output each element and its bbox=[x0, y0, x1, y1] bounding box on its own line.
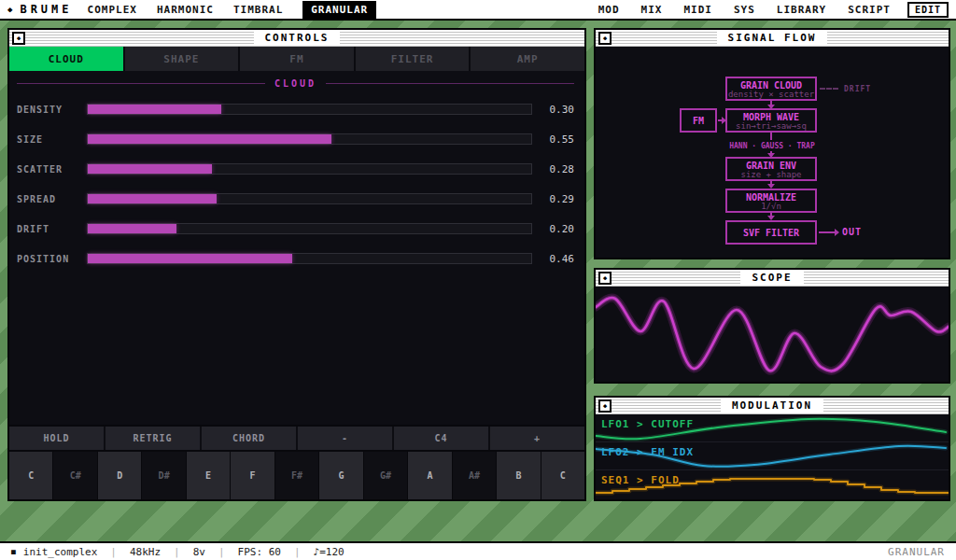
menu-item-mod[interactable]: MOD bbox=[598, 4, 620, 16]
flow-arrow bbox=[770, 101, 772, 105]
perf-button-sym[interactable]: - bbox=[298, 427, 394, 450]
key-fsharp-6[interactable]: F# bbox=[275, 452, 319, 499]
signal-flow-diagram: GRAIN CLOUD density × scatter DRIFT FM M… bbox=[596, 47, 949, 258]
key-e-4[interactable]: E bbox=[187, 452, 231, 499]
out-arrow bbox=[819, 231, 835, 233]
controls-tab-cloud[interactable]: CLOUD bbox=[9, 47, 125, 71]
status-separator: | bbox=[294, 546, 301, 558]
perf-button-sym[interactable]: + bbox=[490, 427, 584, 450]
flow-arrow bbox=[770, 151, 772, 153]
slider-track-density[interactable] bbox=[87, 104, 532, 115]
key-f-5[interactable]: F bbox=[231, 452, 274, 499]
key-a-9[interactable]: A bbox=[408, 452, 452, 499]
status-mode-label: GRANULAR bbox=[888, 546, 945, 558]
slider-track-size[interactable] bbox=[87, 133, 532, 145]
key-dsharp-3[interactable]: D# bbox=[142, 452, 186, 499]
key-asharp-10[interactable]: A# bbox=[453, 452, 497, 499]
mod-lane-label: LFO2 > FM IDX bbox=[601, 446, 694, 458]
panel-widget-icon[interactable]: ◆ bbox=[12, 32, 25, 45]
topbar-tab-harmonic[interactable]: HARMONIC bbox=[157, 2, 214, 18]
flow-arrow bbox=[770, 213, 772, 216]
topbar-tab-granular[interactable]: GRANULAR bbox=[302, 1, 376, 19]
key-csharp-1[interactable]: C# bbox=[53, 452, 97, 499]
panel-widget-icon[interactable]: ◆ bbox=[598, 32, 612, 45]
perf-button-c4[interactable]: C4 bbox=[394, 427, 490, 450]
slider-label: SPREAD bbox=[17, 194, 87, 204]
modulation-lanes: LFO1 > CUTOFFLFO2 > FM IDXSEQ1 > FOLD bbox=[596, 414, 949, 499]
slider-value: 0.46 bbox=[532, 253, 574, 265]
controls-tab-amp[interactable]: AMP bbox=[471, 47, 584, 71]
mod-lane-seq1-fold: SEQ1 > FOLD bbox=[596, 470, 949, 498]
controls-tabbar: CLOUDSHAPEFMFILTERAMP bbox=[9, 47, 584, 71]
menu-item-library[interactable]: LIBRARY bbox=[777, 4, 826, 16]
controls-tab-shape[interactable]: SHAPE bbox=[125, 47, 241, 71]
mod-lane-label: SEQ1 > FOLD bbox=[601, 474, 680, 486]
slider-track-drift[interactable] bbox=[87, 223, 532, 234]
status-separator: | bbox=[110, 546, 117, 558]
section-label: CLOUD bbox=[274, 78, 316, 89]
scope-header: ◆ SCOPE bbox=[596, 270, 949, 287]
key-c-0[interactable]: C bbox=[9, 452, 53, 499]
panel-widget-icon[interactable]: ◆ bbox=[598, 272, 612, 285]
mod-lane-lfo1-cutoff: LFO1 > CUTOFF bbox=[596, 414, 949, 442]
edit-button[interactable]: EDIT bbox=[907, 2, 949, 18]
modulation-panel: ◆ MODULATION LFO1 > CUTOFFLFO2 > FM IDXS… bbox=[594, 396, 950, 501]
perf-button-hold[interactable]: HOLD bbox=[9, 427, 105, 450]
key-gsharp-8[interactable]: G# bbox=[364, 452, 408, 499]
slider-row-spread: SPREAD0.29 bbox=[17, 184, 574, 214]
perf-button-retrig[interactable]: RETRIG bbox=[105, 427, 202, 450]
slider-track-scatter[interactable] bbox=[87, 163, 532, 175]
perf-button-chord[interactable]: CHORD bbox=[202, 427, 298, 450]
flow-line bbox=[770, 133, 772, 140]
controls-tab-filter[interactable]: FILTER bbox=[356, 47, 471, 71]
signal-flow-panel: ◆ SIGNAL FLOW GRAIN CLOUD density × scat… bbox=[594, 28, 950, 259]
node-morph-wave[interactable]: MORPH WAVE sin→tri→saw→sq bbox=[725, 108, 817, 133]
panel-widget-icon[interactable]: ◆ bbox=[598, 399, 612, 413]
modulation-header: ◆ MODULATION bbox=[596, 398, 949, 414]
topbar-tab-complex[interactable]: COMPLEX bbox=[88, 2, 137, 18]
menu-item-script[interactable]: SCRIPT bbox=[848, 4, 891, 16]
node-grain-env[interactable]: GRAIN ENV size + shape bbox=[725, 157, 817, 181]
scope-panel: ◆ SCOPE bbox=[594, 268, 950, 384]
mod-lane-lfo2-fm-idx: LFO2 > FM IDX bbox=[596, 442, 949, 470]
slider-fill bbox=[88, 194, 217, 203]
status-item-3: FPS: 60 bbox=[238, 546, 281, 558]
menu-item-midi[interactable]: MIDI bbox=[683, 4, 712, 16]
keyboard: CC#DD#EFF#GG#AA#BC bbox=[9, 450, 584, 499]
slider-track-spread[interactable] bbox=[87, 193, 532, 204]
key-c-12[interactable]: C bbox=[541, 452, 584, 499]
status-bar: ■ init_complex|48kHz|8v|FPS: 60|♪=120 GR… bbox=[0, 541, 956, 560]
controls-panel: ◆ CONTROLS CLOUDSHAPEFMFILTERAMP CLOUD D… bbox=[7, 28, 586, 501]
key-g-7[interactable]: G bbox=[319, 452, 363, 499]
slider-row-scatter: SCATTER0.28 bbox=[17, 154, 574, 184]
out-label: OUT bbox=[842, 227, 862, 237]
drift-dash-line bbox=[820, 88, 838, 90]
slider-track-position[interactable] bbox=[87, 253, 532, 264]
key-d-2[interactable]: D bbox=[98, 452, 142, 499]
topbar-tab-timbral[interactable]: TIMBRAL bbox=[233, 2, 283, 18]
menu-item-mix[interactable]: MIX bbox=[641, 4, 663, 16]
slider-value: 0.30 bbox=[532, 104, 574, 116]
key-b-11[interactable]: B bbox=[497, 452, 541, 499]
engine-tabs: COMPLEXHARMONICTIMBRALGRANULAR bbox=[88, 1, 377, 19]
menu-bar: ◆ BRUME COMPLEXHARMONICTIMBRALGRANULAR M… bbox=[0, 0, 956, 21]
node-normalize[interactable]: NORMALIZE 1/√n bbox=[725, 189, 817, 213]
modulation-title: MODULATION bbox=[721, 399, 823, 413]
env-windows-label: HANN · GAUSS · TRAP bbox=[596, 142, 949, 150]
scope-waveform bbox=[596, 287, 949, 382]
node-fm[interactable]: FM bbox=[680, 108, 717, 133]
controls-panel-header: ◆ CONTROLS bbox=[9, 30, 584, 47]
app-title: BRUME bbox=[20, 3, 72, 16]
slider-row-position: POSITION0.46 bbox=[17, 244, 574, 273]
status-items: init_complex|48kHz|8v|FPS: 60|♪=120 bbox=[23, 546, 344, 558]
node-svf-filter[interactable]: SVF FILTER bbox=[725, 220, 817, 245]
slider-fill bbox=[88, 254, 292, 263]
slider-row-drift: DRIFT0.20 bbox=[17, 214, 574, 244]
slider-value: 0.28 bbox=[532, 163, 574, 175]
node-grain-cloud[interactable]: GRAIN CLOUD density × scatter bbox=[725, 77, 817, 101]
global-menu: MODMIXMIDISYSLIBRARYSCRIPT bbox=[577, 4, 891, 16]
controls-tab-fm[interactable]: FM bbox=[240, 47, 356, 71]
menu-item-sys[interactable]: SYS bbox=[734, 4, 755, 16]
slider-fill bbox=[88, 134, 331, 144]
menu-right: MODMIXMIDISYSLIBRARYSCRIPT EDIT bbox=[577, 2, 949, 18]
